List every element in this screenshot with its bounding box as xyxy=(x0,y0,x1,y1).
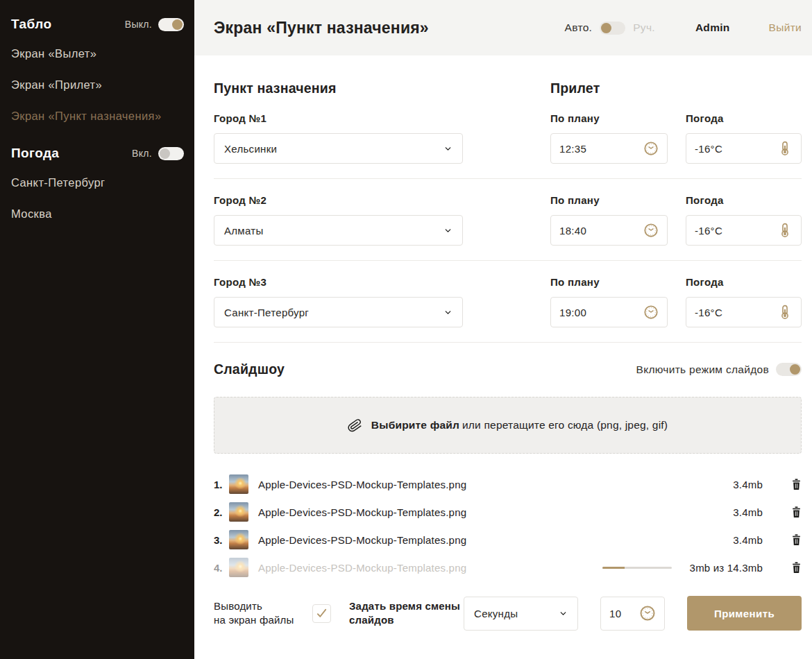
destination-row-2: Город №2 Алматы По плану Погода xyxy=(214,179,802,261)
city-3-select[interactable]: Санкт-Петербург xyxy=(214,297,463,327)
weather-toggle-group: Вкл. xyxy=(132,147,184,160)
city-1-label: Город №1 xyxy=(214,112,463,124)
logout-link[interactable]: Выйти xyxy=(769,22,802,34)
clock-icon xyxy=(643,223,659,238)
section-headers: Пункт назначения Прилет xyxy=(214,80,802,97)
interval-unit-select[interactable]: Секунды xyxy=(464,597,578,631)
board-toggle[interactable] xyxy=(158,18,184,31)
user-name: Admin xyxy=(695,22,730,34)
file-upload-size: 3mb из 14.3mb xyxy=(690,562,763,574)
plan-3-input[interactable] xyxy=(559,307,629,318)
city-2-select[interactable]: Алматы xyxy=(214,215,463,246)
sidebar-item-spb[interactable]: Санкт-Петербург xyxy=(11,170,184,196)
interval-value-input[interactable] xyxy=(609,608,628,619)
cancel-upload-button[interactable] xyxy=(790,562,802,574)
topbar: Экран «Пункт назначения» Авто. Руч. Admi… xyxy=(194,0,812,55)
display-files-label: Выводить на экран файлы xyxy=(214,599,312,627)
weather-3-input[interactable] xyxy=(695,307,763,318)
file-upload-dropzone[interactable]: Выбирите файлили перетащите его сюда (pn… xyxy=(214,397,802,454)
file-number: 4. xyxy=(214,562,229,574)
thermometer-icon xyxy=(777,305,793,320)
sidebar-item-moscow[interactable]: Москва xyxy=(11,201,184,227)
file-thumbnail xyxy=(229,502,248,522)
sidebar-board-header: Табло Выкл. xyxy=(11,17,184,32)
chevron-down-icon xyxy=(443,226,452,235)
chevron-down-icon xyxy=(443,144,452,153)
weather-2-input[interactable] xyxy=(695,225,763,237)
city-2-value: Алматы xyxy=(224,225,264,237)
file-row-2: 2. Apple-Devices-PSD-Mockup-Templates.pn… xyxy=(214,498,802,526)
chevron-down-icon xyxy=(443,308,452,317)
weather-1-input[interactable] xyxy=(695,143,763,155)
interval-unit-value: Секунды xyxy=(474,608,518,619)
file-row-4-uploading: 4. Apple-Devices-PSD-Mockup-Templates.pn… xyxy=(214,554,802,581)
file-name: Apple-Devices-PSD-Mockup-Templates.png xyxy=(258,562,602,574)
file-name: Apple-Devices-PSD-Mockup-Templates.png xyxy=(258,506,733,518)
toggle-knob xyxy=(172,19,183,30)
file-size: 3.4mb xyxy=(733,506,763,518)
toggle-knob xyxy=(160,148,170,159)
plan-1-input-box xyxy=(550,133,668,164)
delete-file-button[interactable] xyxy=(790,479,802,490)
file-list: 1. Apple-Devices-PSD-Mockup-Templates.pn… xyxy=(214,470,802,581)
app: Табло Выкл. Экран «Вылет» Экран «Прилет»… xyxy=(0,0,812,659)
trash-icon xyxy=(791,479,802,490)
plan-2-label: По плану xyxy=(550,194,668,206)
sidebar-weather-section: Погода Вкл. Санкт-Петербург Москва xyxy=(11,146,184,227)
plan-2-input[interactable] xyxy=(559,225,629,237)
weather-toggle-label: Вкл. xyxy=(132,148,152,159)
page-title: Экран «Пункт назначения» xyxy=(214,19,429,37)
chevron-down-icon xyxy=(559,609,568,618)
file-number: 1. xyxy=(214,479,229,490)
upload-choose-file[interactable]: Выбирите файл xyxy=(371,419,459,431)
destination-row-1: Город №1 Хельсинки По плану Погода xyxy=(214,97,802,179)
weather-3-label: Погода xyxy=(686,276,802,288)
arrival-section-title: Прилет xyxy=(550,80,600,96)
plan-1-label: По плану xyxy=(550,112,668,124)
sidebar-item-arrival-screen[interactable]: Экран «Прилет» xyxy=(11,72,184,98)
upload-progress-bar xyxy=(602,567,672,569)
board-toggle-label: Выкл. xyxy=(125,19,152,30)
check-icon xyxy=(316,608,328,619)
plan-3-input-box xyxy=(550,297,668,327)
weather-toggle[interactable] xyxy=(158,147,184,160)
destination-section-title: Пункт назначения xyxy=(214,80,337,96)
apply-button[interactable]: Применить xyxy=(687,596,802,631)
city-1-select[interactable]: Хельсинки xyxy=(214,133,463,164)
sidebar-weather-header: Погода Вкл. xyxy=(11,146,184,161)
file-size: 3.4mb xyxy=(733,534,763,546)
mode-manual-label: Руч. xyxy=(633,22,655,34)
sidebar-item-destination-screen[interactable]: Экран «Пункт назначения» xyxy=(11,103,184,129)
delete-file-button[interactable] xyxy=(790,534,802,546)
sidebar-board-title: Табло xyxy=(11,17,51,32)
upload-drag-hint: или перетащите его сюда (png, jpeg, gif) xyxy=(462,419,668,431)
city-2-label: Город №2 xyxy=(214,194,463,206)
clock-icon xyxy=(639,605,656,622)
display-files-checkbox[interactable] xyxy=(312,604,331,623)
mode-toggle[interactable] xyxy=(600,22,625,35)
slideshow-toggle-group: Включить режим слайдов xyxy=(636,363,802,376)
trash-icon xyxy=(791,534,802,546)
destination-row-3: Город №3 Санкт-Петербург По плану Погода xyxy=(214,261,802,343)
clock-icon xyxy=(643,141,659,156)
plan-1-input[interactable] xyxy=(559,143,629,155)
interval-value-box xyxy=(600,597,665,631)
file-thumbnail xyxy=(229,474,248,494)
city-3-value: Санкт-Петербург xyxy=(224,307,309,318)
file-name: Apple-Devices-PSD-Mockup-Templates.png xyxy=(258,534,733,546)
weather-1-input-box xyxy=(686,133,802,164)
weather-nav: Санкт-Петербург Москва xyxy=(11,170,184,227)
delete-file-button[interactable] xyxy=(790,506,802,518)
weather-2-input-box xyxy=(686,215,802,246)
slideshow-toggle[interactable] xyxy=(776,363,802,376)
file-thumbnail xyxy=(229,558,248,577)
thermometer-icon xyxy=(777,141,793,156)
slideshow-toggle-label: Включить режим слайдов xyxy=(636,363,769,376)
main: Экран «Пункт назначения» Авто. Руч. Admi… xyxy=(194,0,812,659)
clock-icon xyxy=(643,305,659,320)
weather-3-input-box xyxy=(686,297,802,327)
weather-2-label: Погода xyxy=(686,194,802,206)
city-1-value: Хельсинки xyxy=(224,143,277,155)
file-name: Apple-Devices-PSD-Mockup-Templates.png xyxy=(258,479,733,490)
sidebar-item-departure-screen[interactable]: Экран «Вылет» xyxy=(11,41,184,67)
